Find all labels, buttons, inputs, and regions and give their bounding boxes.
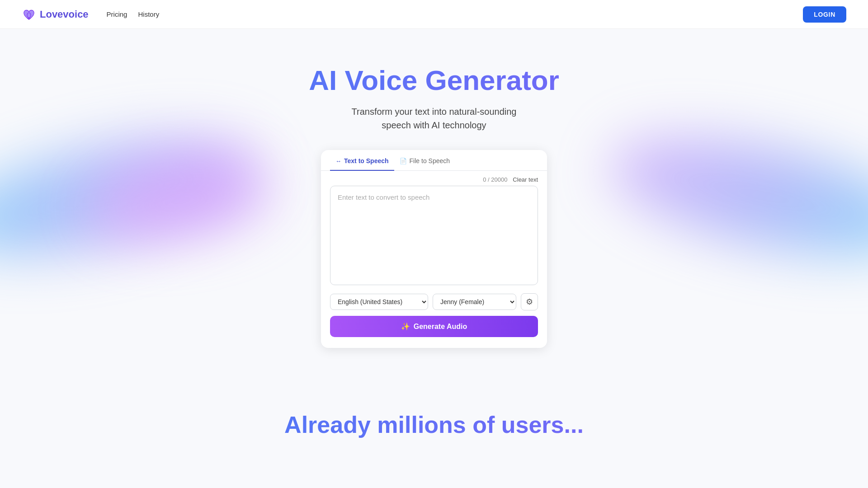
nav-links: Pricing History <box>107 10 160 18</box>
sparkles-icon: ✨ <box>401 322 410 331</box>
hero-section: AI Voice Generator Transform your text i… <box>0 29 868 375</box>
hero-title: AI Voice Generator <box>0 65 868 96</box>
text-icon: ↔ <box>335 158 341 164</box>
counter-row: 0 / 20000 Clear text <box>321 171 547 186</box>
hero-subtitle-line1: Transform your text into natural-soundin… <box>352 107 517 117</box>
navbar-left: Lovevoice Pricing History <box>22 7 159 22</box>
speech-textarea[interactable] <box>330 186 538 285</box>
hero-subtitle: Transform your text into natural-soundin… <box>0 105 868 132</box>
tab-file-to-speech[interactable]: 📄 File to Speech <box>394 150 456 171</box>
file-icon: 📄 <box>400 158 407 164</box>
generate-audio-label: Generate Audio <box>414 323 467 331</box>
tab-text-to-speech-label: Text to Speech <box>344 157 389 164</box>
tab-file-to-speech-label: File to Speech <box>410 157 450 164</box>
settings-button[interactable]: ⚙ <box>521 293 538 310</box>
bottom-section: Already millions of users... <box>0 375 868 456</box>
login-button[interactable]: LOGIN <box>803 6 846 23</box>
language-select[interactable]: English (United States) English (United … <box>330 294 428 310</box>
voice-select[interactable]: Jenny (Female) Guy (Male) Aria (Female) … <box>433 294 516 310</box>
navbar: Lovevoice Pricing History LOGIN <box>0 0 868 29</box>
brand-logo-link[interactable]: Lovevoice <box>22 7 89 22</box>
bottom-title: Already millions of users... <box>0 411 868 438</box>
char-counter: 0 / 20000 <box>483 176 507 183</box>
gear-icon: ⚙ <box>526 297 533 307</box>
tab-text-to-speech[interactable]: ↔ Text to Speech <box>330 150 394 171</box>
tabs-bar: ↔ Text to Speech 📄 File to Speech <box>321 150 547 171</box>
main-card-container: ↔ Text to Speech 📄 File to Speech 0 / 20… <box>0 150 868 348</box>
lovevoice-logo-icon <box>22 7 36 22</box>
brand-name: Lovevoice <box>40 9 89 20</box>
controls-row: English (United States) English (United … <box>321 287 547 310</box>
nav-history[interactable]: History <box>138 10 159 18</box>
clear-text-button[interactable]: Clear text <box>513 176 538 183</box>
main-card: ↔ Text to Speech 📄 File to Speech 0 / 20… <box>321 150 547 348</box>
generate-audio-button[interactable]: ✨ Generate Audio <box>330 316 538 337</box>
hero-subtitle-line2: speech with AI technology <box>382 120 486 130</box>
generate-button-wrapper: ✨ Generate Audio <box>321 310 547 337</box>
nav-pricing[interactable]: Pricing <box>107 10 127 18</box>
textarea-wrapper <box>321 186 547 287</box>
